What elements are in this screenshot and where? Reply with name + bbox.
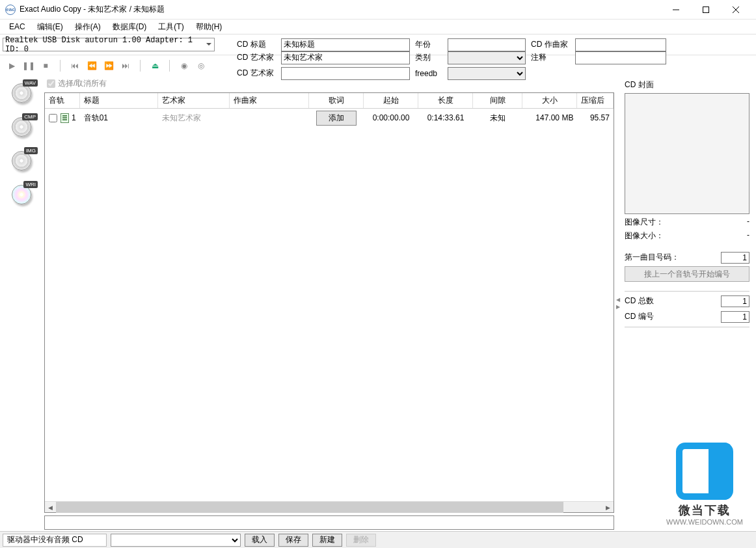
col-size[interactable]: 大小: [522, 93, 577, 108]
col-composer[interactable]: 作曲家: [230, 93, 309, 108]
scroll-right-icon[interactable]: ▶: [602, 502, 614, 513]
row-start: 0:00:00.00: [364, 109, 418, 127]
col-length[interactable]: 长度: [418, 93, 473, 108]
profile-select[interactable]: [111, 534, 241, 547]
load-button[interactable]: 载入: [245, 534, 275, 547]
new-button[interactable]: 新建: [312, 534, 342, 547]
menu-action[interactable]: 操作(A): [70, 20, 106, 34]
close-button[interactable]: [721, 0, 751, 20]
cd-title-label: CD 标题: [237, 39, 276, 50]
scroll-thumb[interactable]: [56, 502, 563, 513]
right-panel: CD 封面 图像尺寸：- 图像大小：- 第一曲目号码： 接上一个音轨号开始编号 …: [621, 75, 756, 531]
row-title[interactable]: 音轨01: [80, 109, 158, 127]
col-artist[interactable]: 艺术家: [158, 93, 230, 108]
row-gap: 未知: [473, 109, 522, 127]
composer-label: CD 作曲家: [531, 39, 570, 50]
menu-tools[interactable]: 工具(T): [153, 20, 189, 34]
composer-input[interactable]: [575, 38, 666, 51]
row-size: 147.00 MB: [522, 109, 577, 127]
status-drive-message: 驱动器中没有音频 CD: [3, 534, 107, 547]
row-compressed: 95.57: [577, 109, 614, 127]
menubar: EAC 编辑(E) 操作(A) 数据库(D) 工具(T) 帮助(H): [0, 20, 756, 34]
rail-wri-button[interactable]: WRI: [5, 181, 38, 208]
drive-selector[interactable]: Realtek USB Disk autorun 1.00 Adapter: 1…: [3, 38, 215, 51]
add-lyric-button[interactable]: 添加: [316, 111, 357, 126]
menu-help[interactable]: 帮助(H): [191, 20, 228, 34]
eject-icon[interactable]: ⏏: [150, 61, 160, 71]
select-all-checkbox[interactable]: [47, 79, 55, 88]
cover-label: CD 封面: [625, 79, 749, 90]
chevron-left-icon: ◀: [616, 297, 620, 303]
left-rail: WAV CMP IMG WRI: [0, 75, 43, 531]
disc-refresh-icon[interactable]: ◉: [179, 61, 189, 71]
cd-index-input[interactable]: [721, 311, 749, 323]
titlebar: eac Exact Audio Copy - 未知艺术家 / 未知标题: [0, 0, 756, 20]
col-track[interactable]: 音轨: [45, 93, 80, 108]
scroll-left-icon[interactable]: ◀: [45, 502, 56, 513]
chevron-right-icon: ▶: [616, 304, 620, 310]
row-composer[interactable]: [230, 109, 309, 127]
row-length: 0:14:33.61: [418, 109, 473, 127]
comment-input[interactable]: [575, 51, 666, 64]
skip-next-icon[interactable]: ⏭: [120, 61, 131, 71]
play-icon[interactable]: ▶: [7, 61, 17, 71]
cd-title-input[interactable]: [281, 38, 410, 51]
select-all-label: 选择/取消所有: [58, 78, 107, 89]
col-start[interactable]: 起始: [364, 93, 418, 108]
svg-rect-1: [703, 7, 709, 12]
statusbar: 驱动器中没有音频 CD 载入 保存 新建 删除: [0, 531, 756, 548]
body-area: WAV CMP IMG WRI 选择/取消所有 音轨 标题 艺术家 作曲家 歌词…: [0, 75, 756, 531]
col-title[interactable]: 标题: [80, 93, 158, 108]
center-column: 选择/取消所有 音轨 标题 艺术家 作曲家 歌词 起始 长度 间隙 大小 压缩后: [43, 75, 615, 531]
genre-label: 类别: [415, 52, 442, 63]
window-title: Exact Audio Copy - 未知艺术家 / 未知标题: [20, 4, 165, 15]
row-checkbox[interactable]: [49, 114, 57, 122]
delete-button[interactable]: 删除: [346, 534, 376, 547]
select-all-row: 选择/取消所有: [43, 75, 615, 91]
record-icon[interactable]: ◎: [196, 61, 206, 71]
menu-database[interactable]: 数据库(D): [107, 20, 152, 34]
minimize-button[interactable]: [661, 0, 691, 20]
image-dim-value: -: [747, 217, 749, 228]
image-size-label: 图像大小：: [625, 230, 664, 241]
rail-img-button[interactable]: IMG: [5, 147, 38, 174]
pause-icon[interactable]: ❚❚: [23, 61, 34, 71]
image-size-value: -: [747, 230, 749, 241]
col-lyric[interactable]: 歌词: [309, 93, 364, 108]
maximize-button[interactable]: [691, 0, 721, 20]
vertical-splitter[interactable]: ◀ ▶: [615, 75, 621, 531]
rewind-icon[interactable]: ⏪: [87, 61, 97, 71]
app-icon: eac: [5, 5, 16, 15]
table-row[interactable]: 1 音轨01 未知艺术家 添加 0:00:00.00 0:14:33.61 未知…: [45, 109, 614, 127]
table-body: 1 音轨01 未知艺术家 添加 0:00:00.00 0:14:33.61 未知…: [45, 109, 614, 501]
rail-wav-button[interactable]: WAV: [5, 79, 38, 107]
comment-label: 注释: [531, 52, 570, 63]
first-track-label: 第一曲目号码：: [625, 252, 679, 264]
cd-artist-input[interactable]: [281, 51, 410, 64]
continue-numbering-button[interactable]: 接上一个音轨号开始编号: [625, 266, 749, 282]
menu-edit[interactable]: 编辑(E): [32, 20, 68, 34]
row-artist[interactable]: 未知艺术家: [158, 109, 230, 127]
horizontal-scrollbar[interactable]: ◀ ▶: [45, 501, 614, 512]
cd-artist-label: CD 艺术家: [237, 52, 276, 63]
row-num: 1: [72, 113, 76, 122]
year-input[interactable]: [448, 38, 526, 51]
rail-cmp-button[interactable]: CMP: [5, 113, 38, 141]
col-gap[interactable]: 间隙: [473, 93, 522, 108]
col-compressed[interactable]: 压缩后: [577, 93, 614, 108]
genre-select[interactable]: [448, 51, 526, 64]
cd-total-label: CD 总数: [625, 295, 654, 307]
save-button[interactable]: 保存: [278, 534, 308, 547]
cd-index-label: CD 编号: [625, 311, 654, 323]
stop-icon[interactable]: ■: [40, 61, 51, 71]
skip-prev-icon[interactable]: ⏮: [70, 61, 80, 71]
track-file-icon: [61, 113, 69, 123]
forward-icon[interactable]: ⏩: [103, 61, 114, 71]
cd-total-input[interactable]: [721, 295, 749, 307]
menu-eac[interactable]: EAC: [4, 21, 31, 33]
image-dim-label: 图像尺寸：: [625, 217, 664, 228]
cover-art-box[interactable]: [625, 93, 749, 214]
first-track-input[interactable]: [721, 252, 749, 264]
table-header: 音轨 标题 艺术家 作曲家 歌词 起始 长度 间隙 大小 压缩后: [45, 93, 614, 109]
progress-bar: [44, 515, 614, 530]
